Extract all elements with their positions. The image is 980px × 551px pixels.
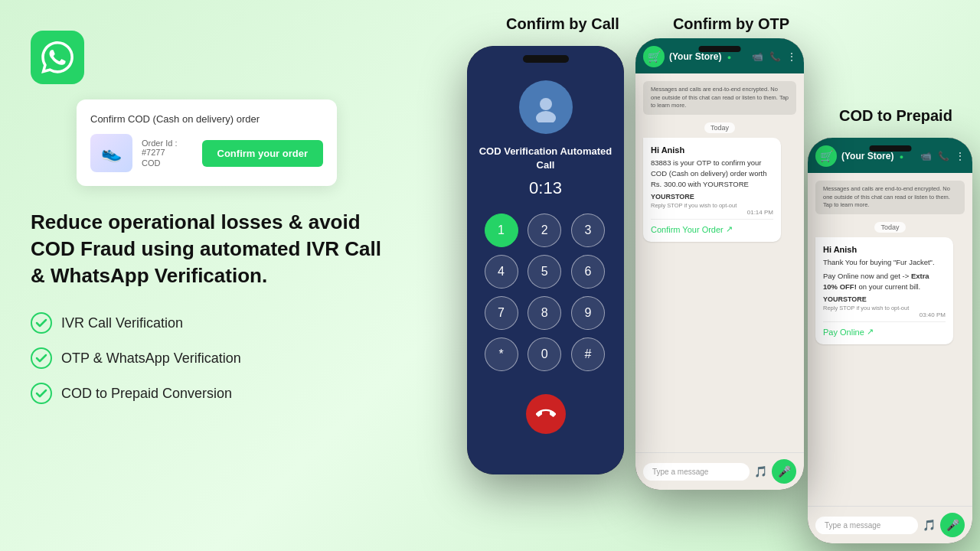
- wa-input-otp[interactable]: Type a message: [643, 463, 750, 481]
- mic-button-otp[interactable]: 🎤: [772, 459, 796, 484]
- otp-message-bubble: Hi Anish 83883 is your OTP to confirm yo…: [643, 138, 781, 243]
- features-list: IVR Call Verification OTP & WhatsApp Ver…: [31, 312, 398, 404]
- prepaid-body-1: Thank You for buying "Fur Jacket".: [823, 257, 946, 268]
- emoji-icon-otp[interactable]: 🎵: [754, 465, 767, 478]
- wa-store-name-prepaid: (Your Store) ●: [841, 151, 903, 161]
- prepaid-greeting: Hi Anish: [823, 245, 946, 254]
- phone-notch-ivr: [523, 55, 569, 63]
- otp-time: 01:14 PM: [651, 209, 773, 216]
- phone-prepaid: 🛒 (Your Store) ● 📹 📞 ⋮: [808, 138, 972, 543]
- dial-btn-6[interactable]: 6: [571, 255, 605, 289]
- wa-action-icons-prepaid: 📹 📞 ⋮: [920, 151, 965, 161]
- prepaid-message-bubble: Hi Anish Thank You for buying "Fur Jacke…: [815, 237, 953, 345]
- wa-header-prepaid: 🛒 (Your Store) ● 📹 📞 ⋮: [808, 138, 972, 173]
- wa-footer-prepaid: Type a message 🎵 🎤: [808, 506, 972, 543]
- feature-text-otp: OTP & WhatsApp Verification: [61, 350, 241, 367]
- end-call-button[interactable]: [526, 394, 566, 434]
- svg-point-0: [31, 313, 51, 333]
- dial-btn-8[interactable]: 8: [528, 296, 561, 330]
- label-cod-to-prepaid: COD to Prepaid: [827, 107, 965, 125]
- headline: Reduce operational losses & avoid COD Fr…: [31, 209, 398, 289]
- order-type: COD: [142, 158, 193, 168]
- phone-notch-otp: [699, 46, 741, 52]
- dial-btn-1[interactable]: 1: [485, 214, 518, 247]
- call-icon[interactable]: 📞: [769, 51, 781, 62]
- feature-item-ivr: IVR Call Verification: [31, 312, 398, 334]
- dial-btn-9[interactable]: 9: [571, 296, 605, 330]
- caller-avatar: [519, 80, 573, 134]
- svg-point-2: [31, 383, 51, 403]
- prepaid-body-2: Pay Online now and get -> Extra 10% OFF!…: [823, 271, 946, 293]
- dial-pad: 1 2 3 4 5 6 7 8 9 * 0 #: [485, 214, 607, 371]
- order-card: Confirm COD (Cash on delivery) order 👟 O…: [77, 99, 337, 186]
- order-id: Order Id : #7277: [142, 139, 193, 157]
- dial-btn-0[interactable]: 0: [528, 337, 561, 371]
- phone-ivr-screen: COD Verification Automated Call 0:13 1 2…: [467, 46, 624, 474]
- feature-item-otp: OTP & WhatsApp Verification: [31, 347, 398, 369]
- phone-ivr: COD Verification Automated Call 0:13 1 2…: [467, 46, 624, 474]
- phone-otp: 🛒 (Your Store) ● 📹 📞 ⋮: [635, 38, 804, 490]
- feature-text-prepaid: COD to Prepaid Conversion: [61, 386, 232, 402]
- wa-store-icon-prepaid: 🛒: [815, 145, 837, 167]
- wa-header-otp: 🛒 (Your Store) ● 📹 📞 ⋮: [635, 38, 804, 73]
- svg-point-3: [540, 98, 552, 110]
- whatsapp-icon: [31, 31, 84, 84]
- wa-store-icon-otp: 🛒: [643, 46, 665, 67]
- left-section: Confirm COD (Cash on delivery) order 👟 O…: [31, 31, 398, 404]
- otp-greeting: Hi Anish: [651, 145, 773, 155]
- dial-btn-4[interactable]: 4: [485, 255, 518, 289]
- wa-store-name-otp: (Your Store) ●: [669, 51, 731, 62]
- dial-btn-star[interactable]: *: [485, 337, 518, 371]
- check-icon-prepaid: [31, 383, 52, 404]
- check-icon-ivr: [31, 312, 52, 334]
- dial-btn-3[interactable]: 3: [571, 214, 605, 247]
- svg-point-4: [536, 111, 556, 122]
- call-icon-p[interactable]: 📞: [938, 151, 949, 161]
- prepaid-time: 03:40 PM: [823, 311, 946, 318]
- order-card-title: Confirm COD (Cash on delivery) order: [90, 113, 323, 125]
- check-icon-otp: [31, 347, 52, 369]
- prepaid-store-label: YOURSTORE: [823, 295, 946, 303]
- otp-body: 83883 is your OTP to confirm your COD (C…: [651, 158, 773, 191]
- wa-body-prepaid: Messages and calls are end-to-end encryp…: [808, 173, 972, 491]
- otp-store-label: YOURSTORE: [651, 193, 773, 201]
- confirm-order-button[interactable]: Confirm your order: [202, 140, 323, 167]
- call-timer: 0:13: [529, 178, 562, 198]
- wa-body-otp: Messages and calls are end-to-end encryp…: [635, 73, 804, 437]
- phones-section: Confirm by Call COD Verification Automat…: [398, 0, 980, 551]
- menu-icon[interactable]: ⋮: [787, 51, 796, 62]
- wa-input-prepaid[interactable]: Type a message: [815, 517, 918, 534]
- feature-text-ivr: IVR Call Verification: [61, 315, 183, 331]
- phone-otp-screen: 🛒 (Your Store) ● 📹 📞 ⋮: [635, 38, 804, 490]
- dial-btn-5[interactable]: 5: [528, 255, 561, 289]
- call-label: COD Verification Automated Call: [479, 145, 612, 172]
- label-confirm-by-call: Confirm by Call: [505, 15, 620, 33]
- feature-item-prepaid: COD to Prepaid Conversion: [31, 383, 398, 404]
- phone-notch-prepaid: [869, 145, 911, 152]
- video-icon-p[interactable]: 📹: [920, 151, 932, 161]
- video-icon[interactable]: 📹: [752, 51, 763, 62]
- otp-reply-hint: Reply STOP if you wish to opt-out: [651, 202, 773, 209]
- label-confirm-by-otp: Confirm by OTP: [658, 15, 804, 33]
- dial-btn-2[interactable]: 2: [528, 214, 561, 247]
- dial-btn-hash[interactable]: #: [571, 337, 605, 371]
- confirm-order-link[interactable]: Confirm Your Order ↗: [651, 219, 773, 234]
- menu-icon-p[interactable]: ⋮: [956, 151, 965, 161]
- dial-btn-7[interactable]: 7: [485, 296, 518, 330]
- encryption-notice-otp: Messages and calls are end-to-end encryp…: [643, 81, 796, 115]
- wa-action-icons-otp: 📹 📞 ⋮: [752, 51, 796, 62]
- phone-prepaid-screen: 🛒 (Your Store) ● 📹 📞 ⋮: [808, 138, 972, 543]
- mic-button-prepaid[interactable]: 🎤: [940, 513, 965, 537]
- pay-online-link[interactable]: Pay Online ↗: [823, 321, 946, 337]
- encryption-notice-prepaid: Messages and calls are end-to-end encryp…: [815, 181, 965, 214]
- date-badge-prepaid: Today: [815, 219, 965, 233]
- svg-point-1: [31, 348, 51, 368]
- order-info: Order Id : #7277 COD: [142, 139, 193, 168]
- prepaid-reply-hint: Reply STOP if you wish to opt-out: [823, 305, 946, 311]
- date-badge-otp: Today: [643, 119, 796, 133]
- order-thumbnail: 👟: [90, 134, 132, 172]
- emoji-icon-prepaid[interactable]: 🎵: [923, 519, 936, 531]
- wa-footer-otp: Type a message 🎵 🎤: [635, 452, 804, 490]
